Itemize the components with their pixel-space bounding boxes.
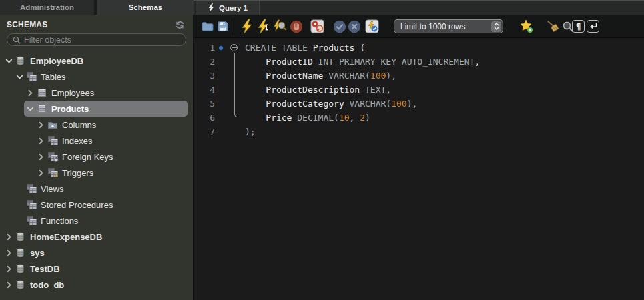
- tree-item-products[interactable]: Products: [24, 101, 188, 117]
- triggers-icon: [47, 167, 59, 178]
- tree-item-tables[interactable]: Tables: [13, 69, 188, 85]
- execute-current-statement-button[interactable]: [257, 19, 271, 33]
- chevron-spacer: [16, 201, 26, 209]
- commit-button[interactable]: [332, 19, 346, 33]
- tab-schemas[interactable]: Schemas: [97, 0, 194, 15]
- code-text: Price DECIMAL(10, 2): [245, 111, 370, 125]
- stored-procedures-icon: [26, 199, 37, 210]
- code-line: 1CREATE TABLE Products (: [194, 41, 644, 55]
- tree-item-homeexpensedb[interactable]: HomeExpenseDB: [3, 229, 188, 245]
- sidebar-header: SCHEMAS: [0, 15, 193, 29]
- fold-collapse-icon[interactable]: [230, 44, 238, 51]
- save-snippet-button[interactable]: [519, 19, 533, 33]
- wrap-return-icon: [589, 23, 597, 30]
- code-text: ProductDescription TEXT,: [245, 83, 391, 97]
- tree-item-label: TestDB: [30, 264, 60, 274]
- line-number: 3: [194, 69, 215, 83]
- tables-icon: [26, 71, 37, 82]
- code-line: 7);: [194, 125, 644, 139]
- stop-query-button[interactable]: [289, 19, 303, 33]
- editor-tab-bar: Query 1: [194, 0, 644, 15]
- code-line: 6 Price DECIMAL(10, 2): [194, 111, 644, 125]
- tree-item-label: sys: [30, 248, 45, 258]
- search-icon: [13, 36, 21, 44]
- execute-query-button[interactable]: [240, 19, 254, 33]
- open-script-button[interactable]: [200, 19, 214, 33]
- save-script-button[interactable]: [216, 19, 230, 33]
- code-text: CREATE TABLE Products (: [245, 41, 365, 55]
- row-limit-dropdown[interactable]: Limit to 1000 rows: [394, 19, 503, 33]
- line-number: 5: [194, 97, 215, 111]
- toggle-autocommit-button[interactable]: [365, 19, 379, 33]
- tree-item-label: Columns: [62, 120, 96, 130]
- tree-item-functions[interactable]: Functions: [13, 213, 188, 229]
- tree-item-stored-procedures[interactable]: Stored Procedures: [13, 197, 188, 213]
- gutter-marker-area: [215, 97, 245, 111]
- fold-guide-line: [234, 53, 238, 117]
- tree-item-label: Triggers: [62, 168, 93, 178]
- views-icon: [26, 183, 37, 194]
- tree-item-label: EmployeeDB: [30, 56, 83, 66]
- statement-marker-dot: [219, 46, 223, 50]
- chevron-down-icon[interactable]: [16, 73, 26, 81]
- tree-item-label: todo_db: [30, 280, 64, 290]
- code-line: 4 ProductDescription TEXT,: [194, 83, 644, 97]
- refresh-icon[interactable]: [175, 21, 185, 29]
- tree-item-label: Foreign Keys: [62, 152, 113, 162]
- tree-item-views[interactable]: Views: [13, 181, 188, 197]
- chevron-right-icon[interactable]: [37, 121, 47, 129]
- sql-editor[interactable]: 1CREATE TABLE Products (2 ProductID INT …: [194, 39, 644, 300]
- editor-toolbar: Limit to 1000 rows ¶: [194, 15, 644, 38]
- beautify-script-button[interactable]: [546, 19, 560, 33]
- gutter-marker-area: [215, 69, 245, 83]
- toolbar-separator: [234, 19, 234, 33]
- tree-item-indexes[interactable]: Indexes: [35, 133, 188, 149]
- code-text: );: [245, 125, 256, 139]
- chevron-right-icon[interactable]: [5, 281, 15, 289]
- functions-icon: [26, 215, 37, 226]
- schema-tree: EmployeeDBTablesEmployeesProductsColumns…: [0, 46, 193, 293]
- explain-query-button[interactable]: [273, 19, 287, 33]
- code-text: ProductCategory VARCHAR(100),: [245, 97, 417, 111]
- chevron-right-icon[interactable]: [27, 89, 37, 97]
- tree-item-label: Products: [51, 104, 89, 114]
- chevron-down-icon[interactable]: [27, 105, 37, 113]
- tree-item-foreign-keys[interactable]: Foreign Keys: [35, 149, 188, 165]
- tree-item-label: Employees: [51, 88, 94, 98]
- chevron-right-icon[interactable]: [5, 249, 15, 257]
- tree-item-todo-db[interactable]: todo_db: [3, 277, 188, 293]
- chevron-right-icon[interactable]: [5, 233, 15, 241]
- database-icon: [15, 263, 27, 274]
- tree-item-label: Indexes: [62, 136, 93, 146]
- tree-item-triggers[interactable]: Triggers: [35, 165, 188, 181]
- tree-item-employeedb[interactable]: EmployeeDB: [3, 53, 188, 69]
- tree-item-label: Stored Procedures: [41, 200, 113, 210]
- gutter-marker-area: [215, 41, 245, 55]
- chevron-right-icon[interactable]: [37, 137, 47, 145]
- toggle-stop-on-error-button[interactable]: [310, 19, 324, 33]
- line-number: 2: [194, 55, 215, 69]
- pilcrow-icon: ¶: [576, 22, 581, 31]
- tree-item-employees[interactable]: Employees: [24, 85, 188, 101]
- tree-item-columns[interactable]: Columns: [35, 117, 188, 133]
- schemas-sidebar: SCHEMAS EmployeeDBTablesEmployeesProduct…: [0, 15, 194, 300]
- chevron-right-icon[interactable]: [5, 265, 15, 273]
- database-icon: [15, 247, 27, 258]
- toggle-word-wrap-button[interactable]: [587, 20, 599, 33]
- line-number: 1: [194, 41, 215, 55]
- tab-administration[interactable]: Administration: [0, 0, 94, 15]
- chevron-right-icon[interactable]: [37, 169, 47, 177]
- toggle-invisible-characters-button[interactable]: ¶: [572, 20, 585, 33]
- tab-query-1[interactable]: Query 1: [196, 1, 260, 15]
- database-icon: [15, 55, 27, 66]
- tree-item-sys[interactable]: sys: [3, 245, 188, 261]
- chevron-down-icon[interactable]: [5, 57, 15, 65]
- columns-icon: [47, 119, 59, 130]
- tree-item-testdb[interactable]: TestDB: [3, 261, 188, 277]
- chevron-right-icon[interactable]: [37, 153, 47, 161]
- filter-box[interactable]: [7, 33, 186, 46]
- chevron-spacer: [16, 217, 26, 225]
- database-icon: [15, 279, 27, 290]
- rollback-button[interactable]: [347, 19, 361, 33]
- filter-input[interactable]: [24, 35, 180, 45]
